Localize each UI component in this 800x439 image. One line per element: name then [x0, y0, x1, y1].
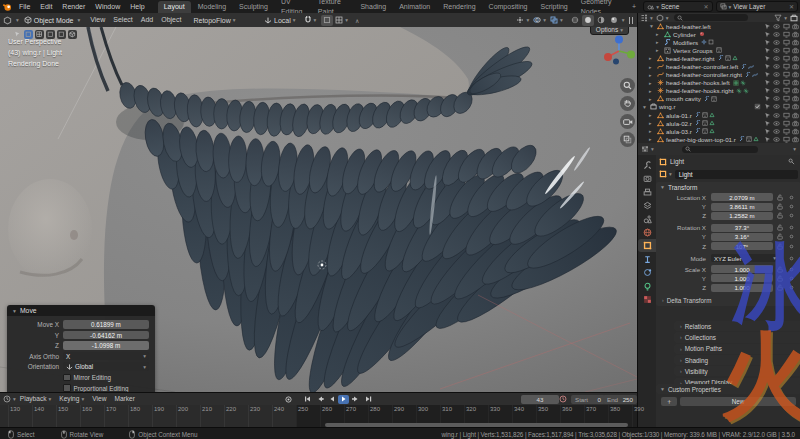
value-field[interactable]: 3.8611 m — [711, 203, 773, 211]
menu-file[interactable]: File — [14, 0, 35, 13]
render-disable-toggle[interactable] — [792, 63, 799, 70]
section-motion-paths[interactable]: ›Motion Paths — [674, 344, 800, 354]
properties-tab-physics[interactable] — [638, 266, 656, 279]
collection-checkbox[interactable] — [754, 103, 761, 110]
pause-icon[interactable] — [629, 17, 634, 24]
properties-editor-icon[interactable] — [641, 145, 649, 153]
animate-dot-icon[interactable] — [789, 204, 794, 209]
viewport-disable-toggle[interactable] — [783, 103, 790, 110]
frame-start-field[interactable]: Start0 — [571, 395, 605, 404]
hide-toggle[interactable] — [773, 39, 780, 46]
section-relations[interactable]: ›Relations — [674, 321, 800, 331]
delta-transform-header[interactable]: ›Delta Transform — [656, 295, 711, 305]
lock-icon[interactable] — [777, 233, 783, 240]
selectable-toggle[interactable] — [764, 136, 771, 143]
auto-keying-icon[interactable] — [559, 395, 567, 403]
orientation-dropdown[interactable]: Global▾ — [63, 362, 149, 371]
menu-edit[interactable]: Edit — [35, 0, 57, 13]
animate-dot-icon[interactable] — [789, 244, 794, 249]
hide-toggle[interactable] — [773, 71, 780, 78]
frame-end-field[interactable]: End250 — [603, 395, 637, 404]
workspace-tab-animation[interactable]: Animation — [393, 1, 436, 13]
hide-toggle[interactable] — [773, 79, 780, 86]
render-disable-toggle[interactable] — [792, 31, 799, 38]
timeline-editor-icon[interactable] — [3, 395, 11, 403]
shading-wireframe-button[interactable] — [569, 15, 581, 26]
outliner-row[interactable]: ▸head-feather-controller.right — [638, 71, 800, 79]
show-overlays-button[interactable]: ▾ — [531, 15, 548, 26]
lock-icon[interactable] — [777, 266, 783, 273]
proportional-editing-checkbox[interactable] — [63, 384, 71, 392]
render-disable-toggle[interactable] — [792, 47, 799, 54]
viewport-disable-toggle[interactable] — [783, 112, 790, 119]
viewport-disable-toggle[interactable] — [783, 136, 790, 143]
outliner-row[interactable]: ▸Cylinder — [638, 30, 800, 38]
add-cube-button[interactable] — [68, 30, 77, 39]
value-field[interactable]: 37.3° — [711, 224, 773, 232]
animate-dot-icon[interactable] — [789, 225, 794, 230]
show-gizmo-button[interactable]: ▾ — [514, 15, 531, 26]
viewport-menu-object[interactable]: Object — [157, 13, 185, 27]
add-workspace-button[interactable]: + — [626, 1, 642, 13]
value-field[interactable]: 107° — [711, 242, 773, 250]
render-disable-toggle[interactable] — [792, 71, 799, 78]
perspective-toggle-button[interactable] — [620, 132, 635, 147]
pan-button[interactable] — [620, 96, 635, 111]
hide-toggle[interactable] — [773, 95, 780, 102]
animate-dot-icon[interactable] — [789, 234, 794, 239]
hide-toggle[interactable] — [773, 31, 780, 38]
value-field[interactable]: 1.000 — [711, 265, 773, 273]
hide-toggle[interactable] — [773, 103, 780, 110]
shading-rendered-button[interactable] — [608, 15, 620, 26]
mirror-editing-checkbox[interactable] — [63, 374, 71, 382]
viewport-disable-toggle[interactable] — [783, 95, 790, 102]
lock-icon[interactable] — [777, 275, 783, 282]
selectable-toggle[interactable] — [764, 39, 771, 46]
custom-properties-header[interactable]: ▼Custom Properties — [656, 384, 800, 394]
render-disable-toggle[interactable] — [792, 120, 799, 127]
workspace-tab-rendering[interactable]: Rendering — [437, 1, 481, 13]
render-disable-toggle[interactable] — [792, 136, 799, 143]
selectable-toggle[interactable] — [764, 63, 771, 70]
viewport-disable-toggle[interactable] — [783, 120, 790, 127]
lock-icon[interactable] — [777, 194, 783, 201]
selectable-toggle[interactable] — [764, 112, 771, 119]
render-disable-toggle[interactable] — [792, 128, 799, 135]
jump-to-end-button[interactable] — [362, 395, 373, 404]
new-property-button[interactable]: New — [680, 397, 796, 406]
animate-dot-icon[interactable] — [789, 267, 794, 272]
transform-panel-header[interactable]: ▼Transform — [656, 182, 800, 192]
hide-toggle[interactable] — [773, 120, 780, 127]
workspace-tab-compositing[interactable]: Compositing — [483, 1, 534, 13]
blender-logo-icon[interactable] — [2, 2, 12, 12]
section-collections[interactable]: ›Collections — [674, 332, 800, 342]
orientation-selector[interactable]: Local▾ — [262, 15, 298, 26]
xray-button[interactable]: ▾ — [548, 15, 565, 26]
outliner-search-input[interactable] — [674, 14, 748, 21]
proportional-editing-button[interactable]: ▾ — [333, 15, 350, 26]
outliner-row[interactable]: ▸head-feather.right — [638, 54, 800, 62]
timeline-scrollbar[interactable] — [325, 423, 628, 427]
view-layer-remove-icon[interactable]: ✕ — [789, 3, 794, 10]
timeline-ruler[interactable]: 1301401501601701801902002102202302402502… — [0, 405, 637, 428]
pin-icon[interactable] — [788, 158, 795, 165]
viewport-disable-toggle[interactable] — [783, 31, 790, 38]
viewport-disable-toggle[interactable] — [783, 79, 790, 86]
move-value-field[interactable]: -0.64162 m — [63, 331, 149, 340]
selectable-toggle[interactable] — [764, 103, 771, 110]
render-disable-toggle[interactable] — [792, 79, 799, 86]
jump-to-start-button[interactable] — [302, 395, 313, 404]
hide-toggle[interactable] — [773, 63, 780, 70]
viewport-menu-add[interactable]: Add — [137, 13, 157, 27]
menu-window[interactable]: Window — [90, 0, 125, 13]
selectable-toggle[interactable] — [764, 31, 771, 38]
shading-material-button[interactable] — [595, 15, 607, 26]
properties-tab-view-layer[interactable] — [638, 199, 656, 212]
lock-icon[interactable] — [777, 203, 783, 210]
viewport-disable-toggle[interactable] — [783, 23, 790, 30]
menu-help[interactable]: Help — [125, 0, 149, 13]
retopoflow-menu[interactable]: RetopoFlow▾ — [191, 15, 237, 26]
animate-dot-icon[interactable] — [789, 256, 794, 261]
outliner-row[interactable]: ▼wing.r — [638, 103, 800, 111]
hide-toggle[interactable] — [773, 23, 780, 30]
